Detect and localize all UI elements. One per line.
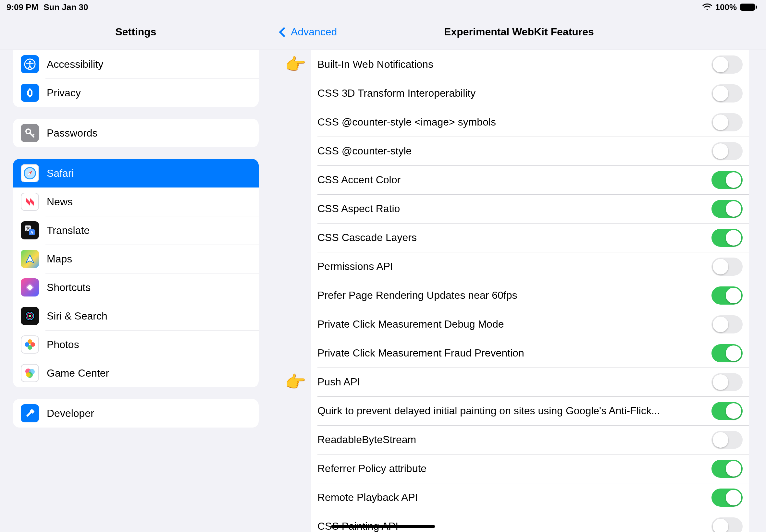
siri-icon bbox=[21, 307, 39, 325]
sidebar-item-photos[interactable]: Photos bbox=[13, 330, 259, 359]
detail-pane: Advanced Experimental WebKit Features 👉B… bbox=[272, 14, 766, 532]
pointer-icon: 👉 bbox=[285, 54, 306, 74]
wifi-icon bbox=[702, 2, 712, 12]
shortcuts-icon bbox=[21, 278, 39, 296]
sidebar-group-apps: Safari News 文A Translate bbox=[13, 159, 259, 387]
hammer-icon bbox=[21, 404, 39, 422]
sidebar-item-translate[interactable]: 文A Translate bbox=[13, 216, 259, 245]
feature-label: CSS @counter-style bbox=[317, 145, 711, 157]
feature-toggle[interactable] bbox=[711, 315, 743, 333]
feature-toggle[interactable] bbox=[711, 171, 743, 189]
feature-toggle[interactable] bbox=[711, 460, 743, 478]
feature-label: CSS Accent Color bbox=[317, 174, 711, 186]
svg-text:文: 文 bbox=[26, 226, 30, 231]
feature-toggle[interactable] bbox=[711, 142, 743, 160]
feature-row: CSS @counter-style <image> symbols bbox=[311, 108, 749, 137]
safari-icon bbox=[21, 164, 39, 182]
battery-percent: 100% bbox=[715, 2, 737, 12]
feature-toggle[interactable] bbox=[711, 517, 743, 532]
sidebar-item-label: Passwords bbox=[47, 127, 98, 139]
feature-label: Quirk to prevent delayed initial paintin… bbox=[317, 405, 711, 417]
back-label: Advanced bbox=[291, 26, 337, 38]
feature-label: ReadableByteStream bbox=[317, 434, 711, 446]
feature-label: Prefer Page Rendering Updates near 60fps bbox=[317, 289, 711, 301]
feature-row: CSS Aspect Ratio bbox=[311, 194, 749, 223]
svg-rect-2 bbox=[29, 91, 31, 95]
svg-point-1 bbox=[29, 61, 31, 63]
key-icon bbox=[21, 124, 39, 142]
sidebar-item-passwords[interactable]: Passwords bbox=[13, 119, 259, 147]
feature-row: Quirk to prevent delayed initial paintin… bbox=[311, 396, 749, 425]
feature-toggle[interactable] bbox=[711, 200, 743, 218]
feature-row: Permissions API bbox=[311, 252, 749, 281]
feature-toggle[interactable] bbox=[711, 402, 743, 420]
feature-row: 👉Built-In Web Notifications bbox=[311, 50, 749, 79]
feature-toggle[interactable] bbox=[711, 431, 743, 449]
news-icon bbox=[21, 193, 39, 211]
feature-label: CSS 3D Transform Interoperability bbox=[317, 87, 711, 99]
feature-label: Private Click Measurement Debug Mode bbox=[317, 318, 711, 330]
feature-row: ReadableByteStream bbox=[311, 425, 749, 454]
sidebar-group-general: Accessibility Privacy bbox=[13, 50, 259, 107]
feature-toggle[interactable] bbox=[711, 489, 743, 507]
maps-icon bbox=[21, 250, 39, 268]
privacy-icon bbox=[21, 84, 39, 102]
sidebar-item-gamecenter[interactable]: Game Center bbox=[13, 359, 259, 387]
status-bar: 9:09 PM Sun Jan 30 100% bbox=[0, 0, 766, 14]
feature-toggle[interactable] bbox=[711, 84, 743, 103]
feature-label: Permissions API bbox=[317, 260, 711, 272]
sidebar-item-accessibility[interactable]: Accessibility bbox=[13, 50, 259, 79]
accessibility-icon bbox=[21, 55, 39, 73]
feature-row: CSS Cascade Layers bbox=[311, 223, 749, 252]
status-time: 9:09 PM bbox=[6, 2, 38, 12]
feature-toggle[interactable] bbox=[711, 113, 743, 131]
feature-label: CSS Cascade Layers bbox=[317, 232, 711, 244]
sidebar-item-label: Accessibility bbox=[47, 58, 103, 70]
svg-point-19 bbox=[25, 342, 29, 347]
page-title: Experimental WebKit Features bbox=[444, 26, 594, 38]
sidebar-item-safari[interactable]: Safari bbox=[13, 159, 259, 187]
sidebar-item-label: News bbox=[47, 196, 73, 208]
sidebar-item-label: Safari bbox=[47, 167, 74, 179]
sidebar-item-shortcuts[interactable]: Shortcuts bbox=[13, 273, 259, 302]
feature-row: Referrer Policy attribute bbox=[311, 454, 749, 483]
feature-row: CSS Accent Color bbox=[311, 165, 749, 194]
battery-icon bbox=[740, 4, 755, 11]
feature-row: Private Click Measurement Fraud Preventi… bbox=[311, 339, 749, 368]
feature-row: CSS 3D Transform Interoperability bbox=[311, 79, 749, 108]
photos-icon bbox=[21, 335, 39, 354]
feature-toggle[interactable] bbox=[711, 229, 743, 247]
sidebar-item-developer[interactable]: Developer bbox=[13, 399, 259, 428]
feature-label: Referrer Policy attribute bbox=[317, 463, 711, 475]
sidebar-title: Settings bbox=[0, 14, 272, 50]
home-indicator[interactable] bbox=[331, 525, 435, 528]
translate-icon: 文A bbox=[21, 221, 39, 239]
sidebar-item-news[interactable]: News bbox=[13, 187, 259, 216]
sidebar-item-label: Siri & Search bbox=[47, 310, 107, 322]
feature-toggle[interactable] bbox=[711, 55, 743, 74]
feature-row: Private Click Measurement Debug Mode bbox=[311, 310, 749, 339]
chevron-left-icon bbox=[279, 27, 289, 37]
sidebar-item-label: Photos bbox=[47, 339, 79, 351]
sidebar-item-label: Maps bbox=[47, 253, 72, 265]
sidebar-item-maps[interactable]: Maps bbox=[13, 245, 259, 273]
sidebar-item-privacy[interactable]: Privacy bbox=[13, 79, 259, 107]
gamecenter-icon bbox=[21, 364, 39, 382]
feature-label: Push API bbox=[317, 376, 711, 388]
feature-label: CSS @counter-style <image> symbols bbox=[317, 116, 711, 128]
sidebar-group-passwords: Passwords bbox=[13, 119, 259, 147]
sidebar-item-siri[interactable]: Siri & Search bbox=[13, 302, 259, 330]
feature-toggle[interactable] bbox=[711, 258, 743, 276]
feature-toggle[interactable] bbox=[711, 344, 743, 362]
sidebar-item-label: Translate bbox=[47, 224, 90, 236]
feature-toggle[interactable] bbox=[711, 286, 743, 305]
feature-row: 👉Push API bbox=[311, 368, 749, 396]
feature-row: CSS @counter-style bbox=[311, 137, 749, 165]
sidebar-group-developer: Developer bbox=[13, 399, 259, 428]
feature-label: Private Click Measurement Fraud Preventi… bbox=[317, 347, 711, 359]
feature-label: Remote Playback API bbox=[317, 491, 711, 503]
feature-toggle[interactable] bbox=[711, 373, 743, 391]
sidebar-item-label: Privacy bbox=[47, 87, 81, 99]
back-button[interactable]: Advanced bbox=[280, 14, 337, 50]
sidebar-item-label: Game Center bbox=[47, 367, 109, 379]
